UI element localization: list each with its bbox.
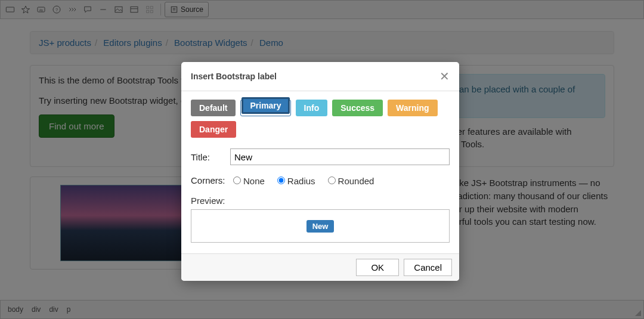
title-label: Title: xyxy=(191,152,230,162)
radio-rounded[interactable] xyxy=(328,176,336,184)
title-input[interactable] xyxy=(230,148,450,165)
corner-option-rounded[interactable]: Rounded xyxy=(325,175,374,186)
corners-row: Corners: None Radius Rounded xyxy=(191,175,450,186)
dialog-title: Insert Bootstrap label xyxy=(191,72,277,81)
close-icon[interactable]: ✕ xyxy=(439,70,450,82)
radio-radius[interactable] xyxy=(277,176,285,184)
cancel-button[interactable]: Cancel xyxy=(404,259,452,276)
radio-none[interactable] xyxy=(233,176,241,184)
style-option-primary[interactable]: Primary xyxy=(242,97,289,114)
style-option-default[interactable]: Default xyxy=(191,100,236,116)
preview-badge: New xyxy=(306,220,335,233)
preview-label: Preview: xyxy=(191,196,450,206)
style-option-danger[interactable]: Danger xyxy=(191,121,236,138)
corners-label: Corners: xyxy=(191,175,230,185)
dialog-footer: OK Cancel xyxy=(181,253,459,281)
corner-option-radius[interactable]: Radius xyxy=(274,175,315,186)
ok-button[interactable]: OK xyxy=(356,259,399,276)
style-option-info[interactable]: Info xyxy=(296,100,328,116)
preview-box: New xyxy=(191,209,450,243)
insert-label-dialog: Insert Bootstrap label ✕ Default Primary… xyxy=(181,62,459,281)
page-root: Ab ? Source JS+ products/ Editors plugin… xyxy=(0,0,644,319)
style-option-warning[interactable]: Warning xyxy=(388,100,437,116)
style-picker: Default Primary Info Success Warning Dan… xyxy=(191,100,450,138)
corner-option-none[interactable]: None xyxy=(230,175,265,186)
dialog-header: Insert Bootstrap label ✕ xyxy=(181,62,459,91)
style-option-success[interactable]: Success xyxy=(332,100,383,116)
